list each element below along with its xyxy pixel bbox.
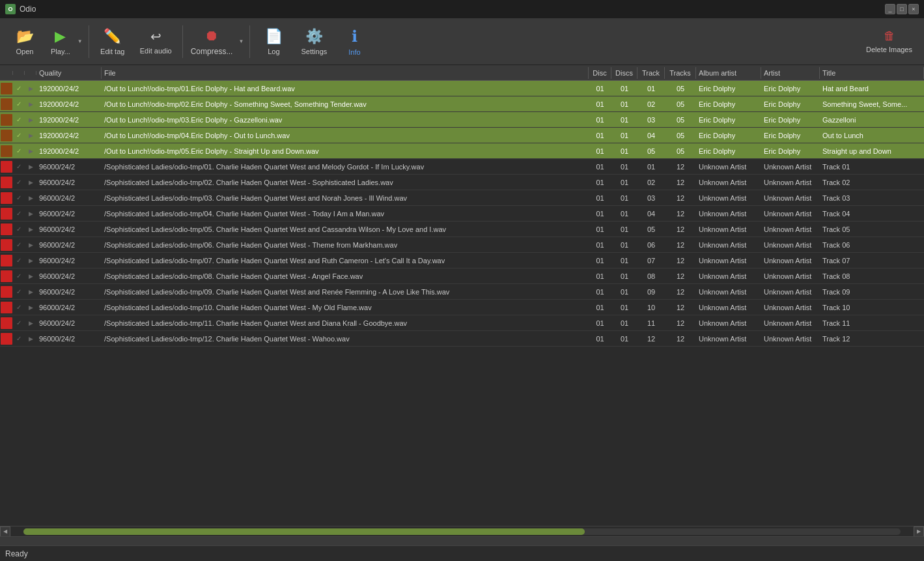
track-play-button[interactable]: ▶ xyxy=(25,273,36,280)
hscroll-thumb[interactable] xyxy=(23,528,585,535)
col-header-artist[interactable]: Artist xyxy=(761,67,820,79)
track-play-button[interactable]: ▶ xyxy=(25,148,36,154)
track-checkbox[interactable]: ✓ xyxy=(13,179,25,186)
track-checkbox[interactable]: ✓ xyxy=(13,100,25,108)
track-checkbox[interactable]: ✓ xyxy=(13,272,25,280)
col-header-disc[interactable]: Disc xyxy=(589,67,611,79)
settings-label: Settings xyxy=(301,48,328,55)
table-row[interactable]: ✓▶96000/24/2/Sophisticated Ladies/odio-t… xyxy=(0,300,924,315)
table-row[interactable]: ✓▶96000/24/2/Sophisticated Ladies/odio-t… xyxy=(0,159,924,175)
track-artist: Eric Dolphy xyxy=(761,146,820,156)
table-row[interactable]: ✓▶96000/24/2/Sophisticated Ladies/odio-t… xyxy=(0,268,924,284)
track-play-button[interactable]: ▶ xyxy=(25,85,36,92)
minimize-button[interactable]: _ xyxy=(885,4,895,14)
table-row[interactable]: ✓▶96000/24/2/Sophisticated Ladies/odio-t… xyxy=(0,190,924,206)
track-checkbox[interactable]: ✓ xyxy=(13,288,25,295)
table-row[interactable]: ✓▶192000/24/2/Out to Lunch!/odio-tmp/01.… xyxy=(0,81,924,96)
track-play-button[interactable]: ▶ xyxy=(25,195,36,201)
track-total: 12 xyxy=(665,255,696,266)
settings-button[interactable]: ⚙️ Settings xyxy=(294,21,333,63)
track-discs: 01 xyxy=(611,318,637,328)
col-header-discs[interactable]: Discs xyxy=(611,67,637,79)
track-artist: Unknown Artist xyxy=(761,334,820,344)
col-header-tracks[interactable]: Tracks xyxy=(665,67,696,79)
edit-tag-button[interactable]: ✏️ Edit tag xyxy=(93,21,132,63)
table-row[interactable]: ✓▶192000/24/2/Out to Lunch!/odio-tmp/03.… xyxy=(0,112,924,128)
secondary-scroll-area[interactable] xyxy=(0,536,924,545)
table-row[interactable]: ✓▶96000/24/2/Sophisticated Ladies/odio-t… xyxy=(0,206,924,222)
track-play-button[interactable]: ▶ xyxy=(25,210,36,217)
table-row[interactable]: ✓▶192000/24/2/Out to Lunch!/odio-tmp/02.… xyxy=(0,96,924,112)
table-row[interactable]: ✓▶96000/24/2/Sophisticated Ladies/odio-t… xyxy=(0,175,924,190)
track-checkbox[interactable]: ✓ xyxy=(13,116,25,123)
play-dropdown-button[interactable]: ▼ xyxy=(76,21,85,63)
horizontal-scrollbar[interactable]: ◀ ▶ xyxy=(0,526,924,536)
track-checkbox[interactable]: ✓ xyxy=(13,132,25,139)
col-header-album-artist[interactable]: Album artist xyxy=(696,67,761,79)
track-checkbox[interactable]: ✓ xyxy=(13,194,25,201)
open-button[interactable]: 📂 Open xyxy=(5,21,44,63)
edit-audio-button[interactable]: ↩ Edit audio xyxy=(133,21,178,63)
track-checkbox[interactable]: ✓ xyxy=(13,210,25,217)
delete-images-button[interactable]: 🗑 Delete Images xyxy=(860,27,919,56)
compress-dropdown-button[interactable]: ▼ xyxy=(236,21,245,63)
table-row[interactable]: ✓▶192000/24/2/Out to Lunch!/odio-tmp/05.… xyxy=(0,143,924,159)
track-play-button[interactable]: ▶ xyxy=(25,101,36,108)
compress-button[interactable]: ⏺ Compress... xyxy=(187,21,237,63)
col-header-title[interactable]: Title xyxy=(820,67,924,79)
track-checkbox[interactable]: ✓ xyxy=(13,335,25,342)
track-play-button[interactable]: ▶ xyxy=(25,336,36,342)
track-checkbox[interactable]: ✓ xyxy=(13,147,25,154)
separator-3 xyxy=(249,25,250,58)
table-row[interactable]: ✓▶96000/24/2/Sophisticated Ladies/odio-t… xyxy=(0,253,924,268)
track-checkbox[interactable]: ✓ xyxy=(13,225,25,233)
log-icon: 📄 xyxy=(265,28,283,45)
track-number: 07 xyxy=(637,255,665,266)
track-thumbnail xyxy=(0,223,13,235)
track-checkbox[interactable]: ✓ xyxy=(13,163,25,170)
thumbnail-image xyxy=(1,223,12,235)
track-play-button[interactable]: ▶ xyxy=(25,132,36,139)
table-row[interactable]: ✓▶192000/24/2/Out to Lunch!/odio-tmp/04.… xyxy=(0,128,924,143)
track-play-button[interactable]: ▶ xyxy=(25,226,36,233)
col-header-quality[interactable]: Quality xyxy=(36,67,102,79)
table-row[interactable]: ✓▶96000/24/2/Sophisticated Ladies/odio-t… xyxy=(0,284,924,300)
hscroll-right-button[interactable]: ▶ xyxy=(914,526,924,537)
track-play-button[interactable]: ▶ xyxy=(25,117,36,123)
hscroll-left-button[interactable]: ◀ xyxy=(0,526,10,537)
track-title: Something Sweet, Some... xyxy=(820,99,924,109)
track-checkbox[interactable]: ✓ xyxy=(13,241,25,248)
table-row[interactable]: ✓▶96000/24/2/Sophisticated Ladies/odio-t… xyxy=(0,222,924,237)
col-header-track[interactable]: Track xyxy=(637,67,665,79)
track-title: Straight up and Down xyxy=(820,146,924,156)
table-row[interactable]: ✓▶96000/24/2/Sophisticated Ladies/odio-t… xyxy=(0,237,924,253)
track-disc: 01 xyxy=(589,83,611,94)
track-number: 10 xyxy=(637,302,665,313)
track-checkbox[interactable]: ✓ xyxy=(13,319,25,326)
hscroll-track[interactable] xyxy=(23,528,901,535)
track-play-button[interactable]: ▶ xyxy=(25,242,36,248)
track-play-button[interactable]: ▶ xyxy=(25,320,36,326)
track-play-button[interactable]: ▶ xyxy=(25,164,36,170)
track-quality: 96000/24/2 xyxy=(36,334,102,344)
track-artist: Unknown Artist xyxy=(761,318,820,328)
table-row[interactable]: ✓▶96000/24/2/Sophisticated Ladies/odio-t… xyxy=(0,331,924,347)
track-play-button[interactable]: ▶ xyxy=(25,289,36,295)
maximize-button[interactable]: □ xyxy=(897,4,907,14)
track-play-button[interactable]: ▶ xyxy=(25,304,36,311)
track-checkbox[interactable]: ✓ xyxy=(13,257,25,264)
track-thumbnail xyxy=(0,208,13,220)
track-play-button[interactable]: ▶ xyxy=(25,257,36,264)
table-row[interactable]: ✓▶96000/24/2/Sophisticated Ladies/odio-t… xyxy=(0,315,924,331)
col-header-file[interactable]: File xyxy=(102,67,589,79)
track-number: 12 xyxy=(637,334,665,344)
track-checkbox[interactable]: ✓ xyxy=(13,304,25,311)
close-button[interactable]: × xyxy=(908,4,919,14)
play-button[interactable]: ▶ Play... xyxy=(46,21,76,63)
track-file: /Sophisticated Ladies/odio-tmp/03. Charl… xyxy=(102,193,589,203)
info-button[interactable]: ℹ Info xyxy=(335,21,374,63)
log-button[interactable]: 📄 Log xyxy=(254,21,293,63)
track-play-button[interactable]: ▶ xyxy=(25,179,36,186)
track-album-artist: Unknown Artist xyxy=(696,209,761,219)
track-checkbox[interactable]: ✓ xyxy=(13,85,25,92)
